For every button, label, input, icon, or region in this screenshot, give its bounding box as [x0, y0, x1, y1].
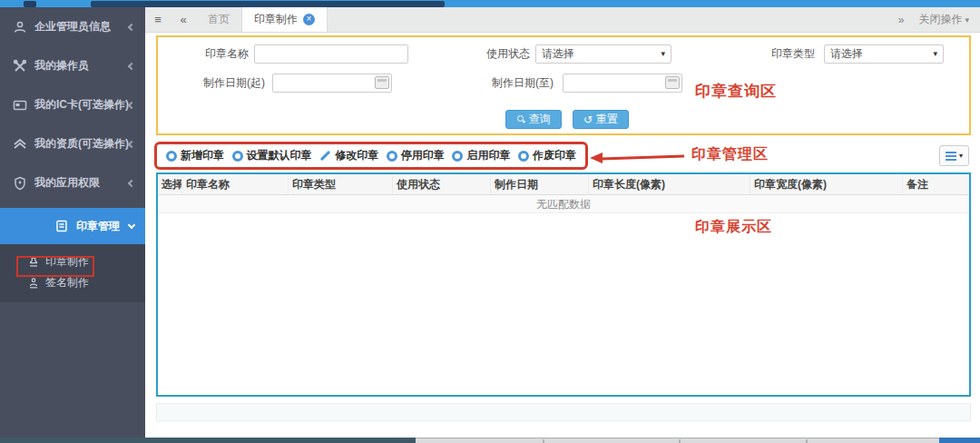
shield-icon	[13, 176, 27, 191]
table-header-row: 选择 印章名称 印章类型 使用状态 制作日期 印章长度(像素) 印章宽度(像素)…	[158, 174, 969, 195]
tab-bar: ≡ « 首页 印章制作 × » 关闭操作▾	[145, 7, 980, 33]
sidebar-item-operators[interactable]: 我的操作员	[0, 46, 145, 85]
use-status-label: 使用状态	[477, 44, 530, 64]
sidebar-item-label: 我的操作员	[34, 58, 129, 74]
main-content: ≡ « 首页 印章制作 × » 关闭操作▾ 印章名称 使用状态 请选择 ▾ 印章…	[145, 7, 980, 438]
table-footer-strip	[156, 403, 971, 421]
qualification-icon	[13, 137, 27, 152]
sidebar: 企业管理员信息 我的操作员 我的IC卡(可选操作) 我的资质(可选操作) 我的应…	[0, 7, 145, 438]
chevron-left-icon	[128, 140, 135, 147]
disable-seal-button[interactable]: 停用印章	[387, 148, 445, 163]
ic-card-icon	[13, 98, 27, 113]
sidebar-subitem-label: 印章制作	[45, 254, 89, 270]
chevron-left-icon	[128, 23, 135, 30]
taskbar-blue-segment	[939, 438, 980, 443]
tab-label: 印章制作	[254, 12, 298, 27]
use-status-select[interactable]: 请选择 ▾	[535, 44, 671, 64]
seal-name-label: 印章名称	[167, 44, 249, 64]
default-circle-icon	[232, 151, 243, 162]
seal-manage-icon	[54, 219, 69, 233]
column-header-select: 选择	[158, 174, 182, 194]
sidebar-item-label: 印章管理	[76, 219, 129, 234]
chevron-left-icon	[128, 62, 135, 69]
tab-seal-making[interactable]: 印章制作 ×	[241, 7, 328, 32]
column-header-seal-length: 印章长度(像素)	[589, 174, 750, 194]
reset-button[interactable]: ↺ 重置	[573, 110, 629, 129]
seal-type-select[interactable]: 请选择 ▾	[824, 44, 944, 64]
date-from-label: 制作日期(起)	[167, 74, 265, 93]
caret-down-icon: ▾	[661, 45, 665, 63]
list-view-dropdown-button[interactable]: ▾	[939, 145, 969, 166]
seal-display-region: 选择 印章名称 印章类型 使用状态 制作日期 印章长度(像素) 印章宽度(像素)…	[156, 172, 971, 397]
column-header-use-status: 使用状态	[393, 174, 491, 194]
column-header-seal-width: 印章宽度(像素)	[750, 174, 903, 194]
sidebar-item-label: 我的IC卡(可选操作)	[34, 97, 129, 113]
button-label: 修改印章	[335, 148, 378, 163]
sidebar-item-label: 企业管理员信息	[34, 19, 129, 34]
reset-button-label: 重置	[596, 112, 618, 127]
taskbar-tick	[543, 439, 544, 443]
button-label: 启用印章	[466, 148, 510, 163]
set-default-seal-button[interactable]: 设置默认印章	[232, 148, 312, 163]
query-region-annotation: 印章查询区	[695, 81, 777, 102]
void-seal-button[interactable]: 作废印章	[518, 148, 576, 163]
seal-type-value: 请选择	[830, 47, 863, 60]
calendar-icon[interactable]	[375, 76, 389, 89]
taskbar-tick	[806, 439, 808, 443]
void-circle-icon	[518, 151, 529, 162]
button-label: 设置默认印章	[247, 148, 312, 163]
seal-management-submenu: 印章制作 签名制作	[0, 244, 145, 302]
add-seal-button[interactable]: 新增印章	[166, 148, 224, 163]
browser-favicon-remnant	[24, 1, 36, 7]
tab-close-icon[interactable]: ×	[303, 14, 315, 25]
browser-top-strip	[0, 0, 980, 7]
seal-query-region: 印章名称 使用状态 请选择 ▾ 印章类型 请选择 ▾ 制作日期(起) 制作日期(…	[156, 35, 971, 135]
column-header-remark: 备注	[903, 174, 969, 194]
tools-icon	[13, 59, 27, 74]
tabbar-right-controls: » 关闭操作▾	[898, 7, 980, 32]
search-button[interactable]: 查询	[505, 110, 562, 129]
button-label: 新增印章	[181, 148, 224, 163]
scroll-tabs-right-icon[interactable]: »	[898, 14, 905, 26]
date-from-field	[272, 74, 392, 93]
table-empty-state: 无匹配数据	[158, 195, 969, 213]
enable-seal-button[interactable]: 启用印章	[452, 148, 510, 163]
caret-down-icon: ▾	[965, 15, 969, 25]
date-to-label: 制作日期(至)	[477, 74, 554, 93]
seal-name-input[interactable]	[254, 44, 408, 64]
browser-title-remnant	[91, 1, 445, 7]
annotation-arrow-line	[601, 154, 684, 160]
taskbar-tick	[679, 439, 681, 443]
menu-toggle-icon[interactable]: ≡	[145, 7, 171, 32]
button-label: 停用印章	[401, 148, 445, 163]
list-icon	[946, 152, 956, 161]
stamp-icon	[27, 256, 40, 269]
column-header-make-date: 制作日期	[491, 174, 589, 194]
manage-region-annotation: 印章管理区	[691, 145, 769, 164]
sidebar-item-admin-info[interactable]: 企业管理员信息	[0, 7, 145, 46]
sidebar-subitem-signature-making[interactable]: 签名制作	[0, 272, 145, 293]
close-operations-dropdown[interactable]: 关闭操作▾	[918, 12, 969, 27]
search-button-label: 查询	[529, 112, 551, 127]
calendar-icon[interactable]	[665, 76, 680, 89]
chevron-left-icon	[128, 101, 135, 108]
sidebar-subitem-seal-making[interactable]: 印章制作	[0, 251, 145, 272]
sidebar-item-app-permissions[interactable]: 我的应用权限	[0, 163, 145, 202]
stop-circle-icon	[387, 151, 397, 162]
sidebar-item-qualification[interactable]: 我的资质(可选操作)	[0, 124, 145, 163]
taskbar-light-segment	[416, 438, 939, 443]
seal-management-toolbar: 新增印章 设置默认印章 修改印章 停用印章 启用印章 作废印章	[154, 142, 588, 170]
signature-stamp-icon	[27, 277, 40, 290]
chevron-down-icon	[128, 221, 135, 228]
os-taskbar-sliver	[0, 438, 980, 443]
sidebar-item-label: 我的应用权限	[34, 175, 129, 191]
sidebar-subitem-label: 签名制作	[45, 275, 89, 290]
modify-seal-button[interactable]: 修改印章	[319, 148, 378, 163]
scroll-tabs-left-icon[interactable]: «	[171, 7, 196, 32]
chevron-left-icon	[128, 179, 135, 186]
user-icon	[13, 20, 27, 34]
sidebar-item-ic-card[interactable]: 我的IC卡(可选操作)	[0, 85, 145, 124]
tab-home[interactable]: 首页	[196, 7, 241, 32]
button-label: 作废印章	[533, 148, 576, 163]
sidebar-item-seal-management[interactable]: 印章管理	[0, 208, 145, 244]
